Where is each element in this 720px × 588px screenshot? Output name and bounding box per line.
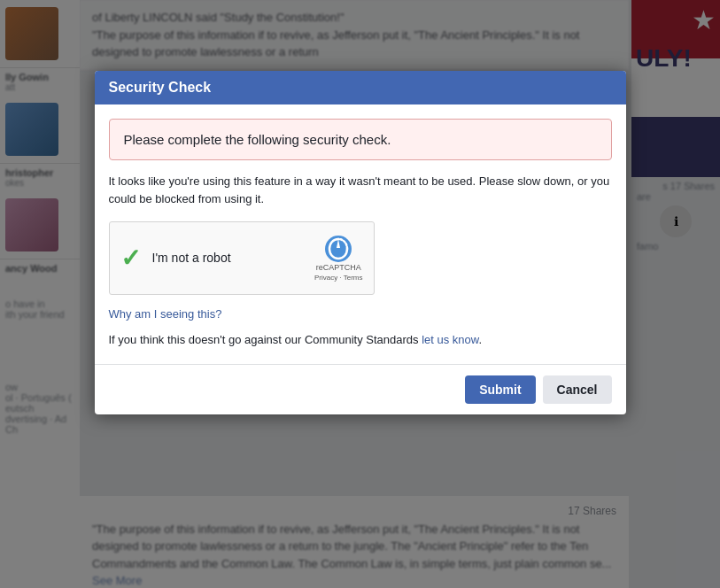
modal-header: Security Check — [95, 71, 626, 104]
recaptcha-privacy-text: Privacy · Terms — [314, 274, 363, 282]
checkmark-icon: ✓ — [120, 244, 141, 273]
modal-body: Please complete the following security c… — [95, 104, 626, 364]
recaptcha-brand-text: reCAPTCHA — [316, 263, 361, 274]
modal-title: Security Check — [109, 80, 212, 96]
recaptcha-checkbox[interactable]: ✓ — [120, 247, 142, 268]
recaptcha-left: ✓ I'm not a robot — [120, 247, 231, 268]
recaptcha-right: reCAPTCHA Privacy · Terms — [314, 235, 363, 282]
community-text: If you think this doesn't go against our… — [109, 333, 612, 346]
recaptcha-widget[interactable]: ✓ I'm not a robot reCAPTCHA Privacy · Te… — [109, 221, 375, 295]
alert-text: Please complete the following security c… — [124, 132, 391, 147]
community-standards-link[interactable]: let us know — [422, 333, 478, 346]
info-text: It looks like you're using this feature … — [109, 173, 612, 207]
recaptcha-logo-icon — [324, 235, 352, 263]
submit-button[interactable]: Submit — [465, 375, 535, 404]
modal-footer: Submit Cancel — [95, 364, 626, 414]
security-check-modal: Security Check Please complete the follo… — [95, 71, 626, 414]
alert-box: Please complete the following security c… — [109, 119, 612, 160]
cancel-button[interactable]: Cancel — [543, 375, 612, 404]
recaptcha-label: I'm not a robot — [152, 251, 231, 265]
why-seeing-link[interactable]: Why am I seeing this? — [109, 307, 612, 321]
